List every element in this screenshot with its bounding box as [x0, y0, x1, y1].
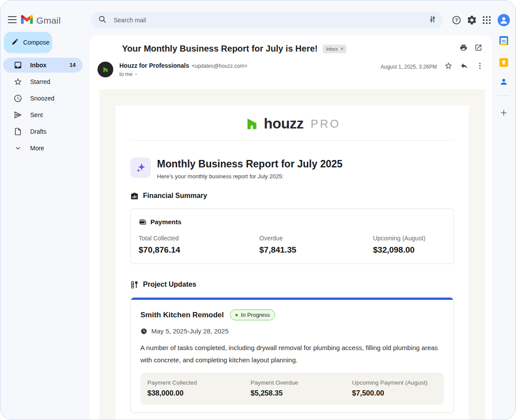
calendar-day-number: 31: [502, 39, 506, 43]
project-stat: Payment Overdue $5,258.35: [251, 379, 352, 397]
payment-stat: Upcoming (August) $32,098.00: [373, 235, 446, 255]
search-options-icon[interactable]: [428, 15, 437, 25]
sidebar-item-label: Sent: [30, 111, 43, 118]
project-card: Smith Kitchen Remodel In Progress: [130, 297, 454, 413]
project-stat: Upcoming Payment (August) $7,500.00: [352, 379, 437, 397]
google-apps-grid-icon[interactable]: [481, 15, 492, 25]
payment-stat: Total Collected $70,876.14: [139, 235, 259, 255]
sidebar-item-label: More: [30, 145, 44, 152]
houzz-wordmark: houzz: [264, 115, 303, 132]
sender-avatar[interactable]: [98, 62, 113, 77]
sidebar-item-label: Starred: [30, 78, 50, 85]
project-description: A number of tasks completed, including d…: [140, 342, 442, 366]
sidebar-item-starred[interactable]: Starred: [3, 74, 83, 89]
gmail-m-icon: [21, 15, 33, 26]
gmail-window: Gmail ?: [0, 0, 516, 420]
help-icon[interactable]: ?: [451, 15, 462, 25]
sender-email: <updates@houzz.com>: [192, 63, 247, 69]
get-addons-plus-icon[interactable]: [499, 108, 508, 117]
project-stat: Payment Collected $38,000.00: [147, 379, 251, 397]
sidebar-item-drafts[interactable]: Drafts: [3, 124, 83, 139]
project-tools-icon: [130, 281, 139, 289]
payment-stat: Overdue $7,841.35: [259, 235, 373, 255]
keep-icon[interactable]: [499, 58, 508, 67]
email-content-card: houzz PRO Monthly Business Report for: [115, 105, 469, 420]
sidebar-item-label: Snoozed: [30, 95, 54, 102]
chevron-down-icon: [14, 144, 22, 153]
recipient-label: to me: [119, 71, 132, 77]
draft-file-icon: [14, 127, 22, 136]
financial-summary-heading: Financial Summary: [143, 192, 207, 200]
sparkle-icon: [135, 162, 146, 174]
compose-label: Compose: [23, 39, 49, 46]
inbox-icon: [14, 61, 22, 69]
status-dot: [235, 314, 238, 316]
search-icon[interactable]: [98, 15, 107, 25]
recipient-dropdown[interactable]: to me: [119, 71, 138, 77]
sidebar-item-label: Inbox: [30, 62, 46, 69]
email-date: August 1, 2025, 3:26PM: [380, 64, 437, 70]
email-subject: Your Monthly Business Report for July is…: [122, 44, 317, 54]
contacts-icon[interactable]: [499, 77, 508, 86]
star-icon: [14, 77, 22, 86]
message-panel: Your Monthly Business Report for July is…: [90, 35, 492, 420]
print-icon[interactable]: [460, 44, 467, 53]
search-input[interactable]: [113, 16, 428, 24]
status-label: In Progress: [241, 312, 270, 318]
dropdown-caret-icon: [134, 72, 138, 76]
report-title: Monthly Business Report for July 2025: [157, 157, 342, 170]
project-updates-heading: Project Updates: [143, 281, 196, 288]
compose-button[interactable]: Compose: [4, 32, 52, 53]
payments-heading: Payments: [150, 218, 181, 226]
sidebar-item-more[interactable]: More: [3, 141, 83, 156]
account-avatar[interactable]: [498, 14, 510, 26]
houzz-logo-icon: [244, 116, 259, 132]
main-menu-icon[interactable]: [8, 16, 17, 23]
sidebar-item-sent[interactable]: Sent: [3, 108, 83, 122]
ai-sparkle-tile: [130, 157, 151, 178]
sender-name: Houzz for Professionals: [119, 62, 189, 69]
star-message-icon[interactable]: [444, 62, 453, 72]
sidebar-nav: Inbox 14 Starred Snoozed: [0, 58, 90, 157]
chip-remove-icon[interactable]: ×: [340, 46, 343, 52]
pro-wordmark: PRO: [310, 117, 340, 131]
status-badge: In Progress: [230, 309, 275, 320]
sidebar-item-snoozed[interactable]: Snoozed: [3, 91, 83, 106]
reply-icon[interactable]: [460, 62, 468, 72]
project-date-range: May 5, 2025-July 28, 2025: [151, 327, 229, 335]
inbox-unread-count: 14: [70, 62, 76, 68]
houzz-logo-icon: [101, 66, 109, 73]
clock-icon: [140, 328, 147, 335]
settings-gear-icon[interactable]: [467, 15, 477, 25]
houzz-pro-logo: houzz PRO: [130, 115, 454, 132]
compose-pencil-icon: [11, 38, 19, 47]
chip-label: Inbox: [326, 46, 338, 52]
clock-icon: [14, 94, 22, 103]
project-stats-box: Payment Collected $38,000.00 Payment Ove…: [140, 373, 444, 405]
send-icon: [14, 111, 22, 119]
report-subtitle: Here’s your monthly business report for …: [157, 173, 342, 180]
open-in-new-icon[interactable]: [474, 44, 482, 53]
payments-card: Payments Total Collected $70,876.14 Over…: [130, 208, 454, 264]
email-body: houzz PRO Monthly Business Report for: [99, 89, 485, 420]
gmail-wordmark: Gmail: [36, 15, 61, 26]
project-name: Smith Kitchen Remodel: [140, 310, 224, 320]
sidebar-item-label: Drafts: [30, 128, 46, 135]
gmail-logo[interactable]: Gmail: [21, 15, 61, 26]
divider: [130, 140, 454, 141]
search-bar[interactable]: [91, 12, 443, 28]
inbox-label-chip[interactable]: Inbox ×: [323, 45, 346, 53]
financial-briefcase-icon: [130, 192, 139, 200]
sidebar-item-inbox[interactable]: Inbox 14: [3, 58, 83, 73]
calendar-icon[interactable]: 31: [499, 36, 508, 45]
svg-text:?: ?: [455, 17, 458, 23]
credit-card-icon: [139, 218, 146, 226]
rail-divider: [498, 95, 510, 96]
more-options-icon[interactable]: [476, 62, 484, 72]
